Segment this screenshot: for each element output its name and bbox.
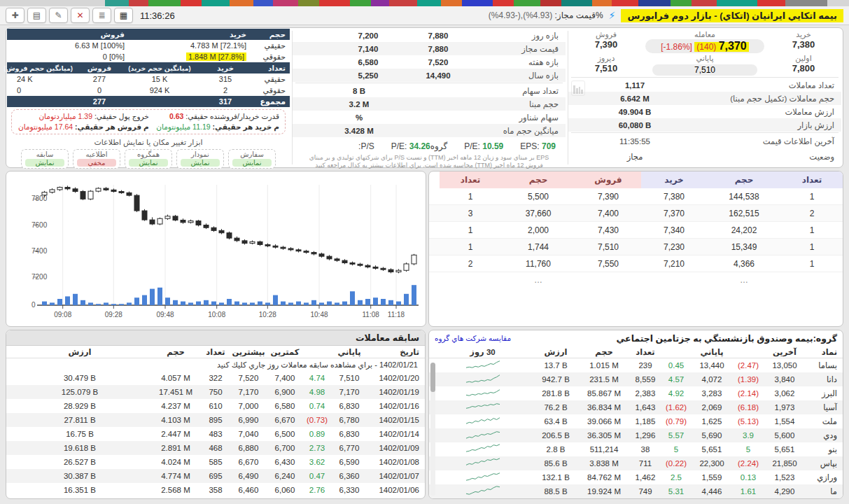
pe-pair: P/E: 10.59 xyxy=(464,141,503,151)
volume-column: حجم خريد فروش حقيقي 4.783 M [72.1%] 6.63… xyxy=(7,29,290,167)
stat-row: تعداد معاملات1,117 xyxy=(568,78,841,92)
legal-avg-buy: 924 K xyxy=(122,86,197,94)
stat-value: % xyxy=(329,113,389,122)
toggle-chip-همگروه[interactable]: همگروهنمايش xyxy=(125,149,172,169)
avg-buy-value: 11.19 xyxy=(192,122,211,131)
history-close: 6,360 xyxy=(331,472,367,480)
group-row[interactable]: ودي5,6003.95,6905.571,29636.305 M206.5 B xyxy=(429,428,843,442)
strip-block xyxy=(202,0,230,6)
history-row: 1402/01/166,8300.746,5807,0006104.237 M2… xyxy=(6,399,425,413)
chip-state: نمايش xyxy=(181,159,220,167)
group-close-pct: 0.45 xyxy=(661,361,692,370)
group-row[interactable]: بپاس21,850(2.24)22,300(0.22)7113.838 M85… xyxy=(429,456,843,470)
order-book-row[interactable]: 115,3497,2307,5101,7441 xyxy=(429,239,843,255)
order-book-row[interactable]: 14,3667,2107,55011,7602 xyxy=(429,255,843,272)
range-label: بازه روز xyxy=(473,31,559,41)
range-low: 7,140 xyxy=(333,45,403,53)
history-high: 7,520 xyxy=(230,374,267,382)
group-last-pct: (6.18) xyxy=(732,403,764,412)
history-count: 585 xyxy=(201,458,230,466)
group-row[interactable]: بنو5,65155,651538511,2142.8 B xyxy=(429,442,843,456)
technical-chart-icon[interactable]: ✕ xyxy=(71,8,90,23)
real-sell-count: 277 xyxy=(77,75,122,83)
list-icon[interactable]: ≣ xyxy=(92,8,111,23)
row-label: حقوقي xyxy=(253,86,290,95)
trade-highlight: (140) 7,370 xyxy=(694,42,748,52)
group-row[interactable]: بساما13,050(2.47)13,4400.452391.015 M13.… xyxy=(429,358,843,372)
order-book-cell: 1 xyxy=(781,225,843,235)
history-pct: 0.89 xyxy=(303,430,331,438)
price-volume-chart[interactable]: 09:0809:2809:4810:0810:2810:4811:0811:18… xyxy=(10,175,420,326)
ranges-list: بازه روز7,8807,200قيمت مجاز7,8807,140باز… xyxy=(293,29,566,82)
group-close: 5,690 xyxy=(692,431,732,440)
history-today-link[interactable]: 1402/01/21 - براي مشاهده سابقه معاملات ر… xyxy=(6,358,425,371)
group-symbol: آسيا xyxy=(805,402,840,412)
history-value: 125.079 B xyxy=(9,388,150,396)
allowed-price: %قيمت مجاز: (4.93%),(-4.93%) xyxy=(489,10,603,20)
group-value: 76.2 B xyxy=(533,403,578,412)
volume-sell-header: فروش xyxy=(7,30,129,38)
volume-chart-icon[interactable]: ▦ xyxy=(114,8,133,23)
group-row[interactable]: ورازي1,5230.131,5592.51,46284.762 M132.1… xyxy=(429,470,843,484)
eps-label: EPS: xyxy=(520,141,539,151)
history-row: 1402/01/066,3302.766,0606,4603582.568 M1… xyxy=(6,483,425,497)
group-row[interactable]: دانا3,840(1.39)4,0724.578,559231.5 M942.… xyxy=(429,372,843,386)
order-book-header: تعدادحجمخريدفروشحجمتعداد xyxy=(429,172,843,188)
stat-label: ميانگين حجم ماه xyxy=(503,126,559,136)
group-col-header: نماد xyxy=(805,347,840,357)
group-volume: 36.834 M xyxy=(578,403,630,412)
toggle-chip-سفارش[interactable]: سفارشنمايش xyxy=(228,149,276,169)
toggle-chip-سابقه[interactable]: سابقهنمايش xyxy=(21,149,69,169)
count-total-row: مجموع 317 277 xyxy=(7,96,290,107)
history-count: 695 xyxy=(201,472,230,480)
group-row[interactable]: البرز3,062(2.14)3,2834.922,38385.867 M28… xyxy=(429,386,843,400)
trade-price: 7,370 xyxy=(719,40,747,52)
group-value: 132.1 B xyxy=(533,473,578,482)
toggle-chip-نمودار[interactable]: نمودارنمايش xyxy=(176,149,224,169)
group-row[interactable]: آسيا1,973(6.18)2,069(1.62)1,64336.834 M7… xyxy=(429,400,843,414)
group-table-scrollbar[interactable] xyxy=(430,363,435,496)
order-book-row[interactable]: 2162,5157,3707,40037,6603 xyxy=(429,205,843,222)
order-book-cell: 7,390 xyxy=(575,192,641,202)
allowed-price-label: %قيمت مجاز: xyxy=(555,10,603,20)
history-low: 6,060 xyxy=(267,486,303,494)
history-table-header: تاريخپايانيكمترينبيشترينتعدادحجمارزش xyxy=(6,346,425,358)
group-last: 1,523 xyxy=(764,473,805,482)
legal-avg-sell: 0 xyxy=(7,86,77,94)
stat-value: 60,080 B xyxy=(605,121,665,130)
stat-label: ارزش معاملات xyxy=(785,107,834,117)
strip-block xyxy=(441,0,462,6)
history-low: 6,240 xyxy=(267,472,303,480)
compare-group-link[interactable]: مقايسه شركت هاي گروه xyxy=(435,334,511,342)
svg-text:7400: 7400 xyxy=(31,247,48,255)
document-icon[interactable]: ▤ xyxy=(27,8,46,23)
order-book-row[interactable]: 124,2027,3407,4302,0001 xyxy=(429,222,843,239)
sparkline-30d xyxy=(432,401,533,414)
move-icon[interactable]: ✚ xyxy=(6,8,24,23)
svg-text:11:08: 11:08 xyxy=(363,311,380,318)
order-book-row[interactable]: 1144,5387,3807,3905,5001 xyxy=(429,188,843,205)
stat-row: ارزش بازار60,080 B xyxy=(568,118,841,132)
buy-label: خريد xyxy=(771,30,836,39)
group-symbol: بساما xyxy=(805,360,840,370)
range-low: 7,200 xyxy=(333,31,403,40)
strip-block xyxy=(0,0,105,6)
avg-buy-header: (ميانگين حجم خريد) xyxy=(122,64,197,72)
toggle-chip-اطلاعيه[interactable]: اطلاعيهمخفي xyxy=(73,149,120,169)
group-last: 21,850 xyxy=(764,459,805,468)
group-count: 1,643 xyxy=(630,403,661,412)
note-edit-icon[interactable]: ✎ xyxy=(49,8,68,23)
strip-block xyxy=(298,0,319,6)
history-date: 1402/01/07 xyxy=(367,472,422,480)
order-book-panel: تعدادحجمخريدفروشحجمتعداد 1144,5387,3807,… xyxy=(428,171,843,327)
group-row[interactable]: ملت1,554(5.13)1,625(0.79)1,18539.066 M63… xyxy=(429,414,843,428)
group-count: 239 xyxy=(630,361,661,370)
history-table-body: 1402/01/207,5104.747,4007,5203224.057 M3… xyxy=(6,371,425,497)
history-value: 27.811 B xyxy=(9,416,150,424)
scrollbar-thumb[interactable] xyxy=(430,363,435,392)
eps-pair: EPS: 709 xyxy=(520,141,556,151)
avg-sell-value: 17.64 xyxy=(55,122,73,131)
group-row[interactable]: ما4,2901.614,4465.3174919.924 M88.5 B xyxy=(429,484,843,498)
mini-chart-watermark-icon[interactable] xyxy=(571,80,585,96)
history-low: 7,400 xyxy=(267,374,303,382)
